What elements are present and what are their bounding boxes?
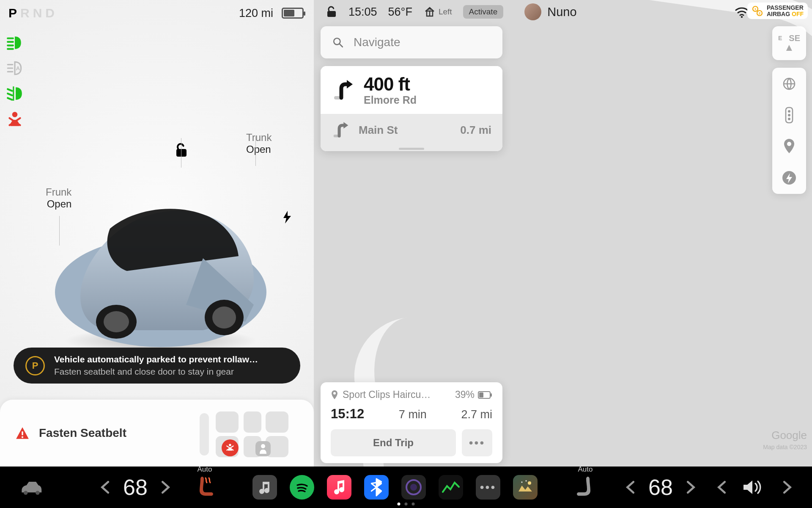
map-controls [772, 68, 806, 194]
navigate-search[interactable] [321, 26, 502, 58]
nav-primary-road: Elmore Rd [364, 94, 491, 106]
car-controls-button[interactable] [18, 479, 43, 496]
svg-rect-51 [479, 392, 483, 398]
temp-down-left[interactable] [98, 479, 114, 495]
wifi-icon[interactable] [735, 7, 749, 18]
map-traffic-button[interactable] [781, 107, 798, 124]
unlock-icon[interactable] [326, 6, 337, 18]
nav-directions-card[interactable]: 400 ft Elmore Rd Main St 0.7 mi [321, 66, 502, 151]
svg-text:1: 1 [754, 7, 757, 11]
theater-app[interactable] [513, 475, 538, 500]
driver-temp[interactable]: 68 [114, 475, 156, 500]
bottom-dock: 68 Auto ••• Auto 68 [0, 467, 812, 508]
driver-profile[interactable]: Nuno [524, 3, 576, 20]
spotify-app[interactable] [290, 475, 314, 500]
gear-indicator: PRND [8, 6, 58, 20]
vol-up[interactable] [778, 479, 794, 495]
svg-point-52 [24, 491, 27, 494]
lock-leader-line [181, 138, 181, 168]
battery-icon[interactable] [282, 8, 304, 19]
auto-highbeam-icon: A [6, 59, 24, 77]
trunk-state: Open [246, 144, 272, 155]
svg-rect-21 [200, 413, 209, 456]
map-pin-button[interactable] [781, 138, 798, 155]
svg-rect-32 [327, 11, 336, 17]
lock-icon[interactable] [175, 143, 188, 157]
vehicle-render[interactable] [42, 169, 279, 351]
vol-down[interactable] [715, 479, 731, 495]
temp-up-right[interactable] [682, 479, 698, 495]
airbag-badge: 12 PASSENGERAIRBAG OFF [747, 3, 808, 19]
nav-step-secondary: Main St 0.7 mi [321, 114, 502, 146]
svg-point-20 [22, 436, 23, 438]
app-tray: ••• [252, 475, 538, 500]
apple-music-app[interactable] [327, 475, 351, 500]
svg-rect-30 [255, 441, 271, 456]
passenger-seat-heat[interactable]: Auto [573, 476, 598, 498]
auto-label: Auto [578, 465, 593, 474]
dashcam-app[interactable] [401, 475, 426, 500]
airbag-line2: AIRBAG [767, 11, 790, 17]
map-globe-button[interactable] [781, 75, 798, 92]
trunk-label-text: Trunk [246, 132, 272, 143]
svg-point-34 [741, 16, 743, 18]
svg-rect-26 [266, 411, 288, 433]
svg-point-44 [788, 114, 790, 116]
trunk-label[interactable]: Trunk Open [246, 132, 272, 155]
map-pane[interactable]: 15:05 56°F Left Activate Nuno 12 PASSENG… [314, 0, 812, 467]
battery-small-icon [478, 391, 492, 399]
search-icon [332, 36, 343, 49]
temp-down-right[interactable] [623, 479, 639, 495]
svg-point-55 [410, 484, 417, 491]
volume-button[interactable] [742, 478, 767, 496]
map-attribution: Map data ©2023 [763, 444, 807, 450]
svg-point-46 [787, 142, 791, 146]
energy-app[interactable] [439, 475, 463, 500]
google-logo: Google [771, 429, 807, 442]
nav-secondary-road: Main St [359, 124, 398, 137]
end-trip-button[interactable]: End Trip [331, 429, 456, 456]
svg-point-12 [12, 112, 18, 117]
svg-point-45 [788, 118, 790, 120]
trip-more-button[interactable]: ••• [462, 429, 492, 456]
map-top-bar: 15:05 56°F Left Activate Nuno 12 PASSENG… [314, 0, 812, 24]
vehicle-status-pane: PRND 120 mi A Frunk Open Trunk Open [0, 0, 314, 467]
gear-p: P [8, 6, 20, 20]
apps-more-button[interactable]: ••• [476, 475, 500, 500]
temp-up-left[interactable] [156, 479, 173, 495]
driver-seat-heat[interactable]: Auto [192, 476, 217, 498]
trip-eta: 15:12 [331, 406, 364, 422]
svg-point-43 [788, 110, 790, 113]
park-alert[interactable]: P Vehicle automatically parked to preven… [14, 348, 300, 384]
svg-rect-22 [216, 411, 239, 433]
park-alert-title: Vehicle automatically parked to prevent … [54, 354, 258, 364]
passenger-temp[interactable]: 68 [639, 475, 682, 500]
map-charger-button[interactable] [781, 169, 798, 186]
svg-point-29 [229, 444, 231, 447]
clock: 15:05 [348, 6, 377, 19]
bluetooth-app[interactable] [364, 475, 389, 500]
range-value: 120 mi [239, 7, 273, 20]
seatbelt-card[interactable]: Fasten Seatbelt [0, 400, 314, 467]
card-grab-handle[interactable] [321, 146, 502, 151]
turn-right-icon [332, 78, 355, 102]
svg-point-53 [36, 491, 39, 494]
homelink-button[interactable]: Left [423, 6, 452, 18]
svg-rect-13 [176, 149, 187, 157]
homelink-label: Left [439, 7, 452, 17]
compass-e: E [778, 35, 782, 41]
trip-summary-card[interactable]: Sport Clips Haircuts … 39% 15:12 7 min 2… [321, 382, 502, 463]
svg-point-57 [521, 482, 523, 483]
auto-label: Auto [198, 465, 212, 474]
svg-line-9 [8, 94, 12, 95]
svg-point-58 [526, 480, 527, 482]
airbag-line1: PASSENGER [767, 4, 804, 11]
activate-button[interactable]: Activate [463, 5, 504, 19]
trip-distance: 2.7 mi [461, 408, 492, 421]
telltale-stack: A [6, 34, 24, 128]
media-app[interactable] [252, 475, 277, 500]
navigate-input[interactable] [354, 36, 491, 49]
svg-text:A: A [16, 65, 20, 72]
compass-button[interactable]: ESE ▲ [772, 26, 806, 60]
trip-destination: Sport Clips Haircuts … [343, 389, 431, 400]
